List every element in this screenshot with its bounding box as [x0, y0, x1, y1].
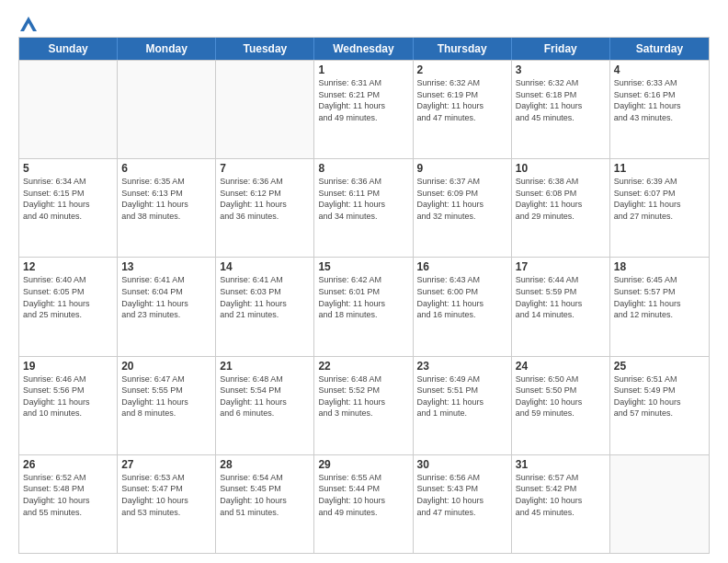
day-info: Sunrise: 6:33 AM Sunset: 6:16 PM Dayligh… — [614, 77, 705, 123]
cal-cell: 8Sunrise: 6:36 AM Sunset: 6:11 PM Daylig… — [314, 159, 413, 257]
cal-header-cell-friday: Friday — [512, 38, 610, 60]
cal-header-cell-sunday: Sunday — [19, 38, 118, 60]
cal-cell: 1Sunrise: 6:31 AM Sunset: 6:21 PM Daylig… — [314, 61, 413, 158]
day-number: 30 — [417, 458, 507, 471]
day-number: 21 — [220, 360, 310, 373]
day-info: Sunrise: 6:52 AM Sunset: 5:48 PM Dayligh… — [23, 472, 113, 518]
day-info: Sunrise: 6:45 AM Sunset: 5:57 PM Dayligh… — [614, 274, 705, 320]
day-info: Sunrise: 6:51 AM Sunset: 5:49 PM Dayligh… — [614, 373, 705, 419]
day-number: 24 — [516, 360, 606, 373]
day-info: Sunrise: 6:57 AM Sunset: 5:42 PM Dayligh… — [516, 472, 606, 518]
cal-week-2: 12Sunrise: 6:40 AM Sunset: 6:05 PM Dayli… — [19, 257, 709, 355]
day-info: Sunrise: 6:50 AM Sunset: 5:50 PM Dayligh… — [516, 373, 606, 419]
cal-header-cell-tuesday: Tuesday — [216, 38, 314, 60]
day-info: Sunrise: 6:35 AM Sunset: 6:13 PM Dayligh… — [121, 176, 211, 222]
day-info: Sunrise: 6:32 AM Sunset: 6:19 PM Dayligh… — [417, 77, 507, 123]
cal-cell: 4Sunrise: 6:33 AM Sunset: 6:16 PM Daylig… — [610, 61, 709, 158]
day-number: 28 — [220, 458, 310, 471]
day-info: Sunrise: 6:36 AM Sunset: 6:11 PM Dayligh… — [318, 176, 408, 222]
day-number: 4 — [614, 63, 705, 76]
day-info: Sunrise: 6:31 AM Sunset: 6:21 PM Dayligh… — [318, 77, 408, 123]
day-info: Sunrise: 6:47 AM Sunset: 5:55 PM Dayligh… — [121, 373, 211, 419]
day-info: Sunrise: 6:41 AM Sunset: 6:03 PM Dayligh… — [220, 274, 310, 320]
cal-cell: 19Sunrise: 6:46 AM Sunset: 5:56 PM Dayli… — [19, 357, 118, 454]
day-info: Sunrise: 6:48 AM Sunset: 5:54 PM Dayligh… — [220, 373, 310, 419]
day-info: Sunrise: 6:32 AM Sunset: 6:18 PM Dayligh… — [516, 77, 606, 123]
logo — [18, 17, 37, 29]
cal-cell: 12Sunrise: 6:40 AM Sunset: 6:05 PM Dayli… — [19, 258, 118, 355]
cal-cell: 11Sunrise: 6:39 AM Sunset: 6:07 PM Dayli… — [610, 159, 709, 257]
day-info: Sunrise: 6:43 AM Sunset: 6:00 PM Dayligh… — [417, 274, 507, 320]
cal-cell: 18Sunrise: 6:45 AM Sunset: 5:57 PM Dayli… — [610, 258, 709, 355]
day-number: 15 — [318, 260, 408, 273]
day-info: Sunrise: 6:41 AM Sunset: 6:04 PM Dayligh… — [121, 274, 211, 320]
cal-cell: 6Sunrise: 6:35 AM Sunset: 6:13 PM Daylig… — [118, 159, 216, 257]
day-number: 27 — [121, 458, 211, 471]
day-number: 19 — [23, 360, 113, 373]
day-info: Sunrise: 6:38 AM Sunset: 6:08 PM Dayligh… — [516, 176, 606, 222]
cal-cell — [19, 61, 118, 158]
cal-cell: 17Sunrise: 6:44 AM Sunset: 5:59 PM Dayli… — [512, 258, 610, 355]
day-number: 31 — [516, 458, 606, 471]
day-info: Sunrise: 6:48 AM Sunset: 5:52 PM Dayligh… — [318, 373, 408, 419]
day-number: 13 — [121, 260, 211, 273]
cal-cell: 13Sunrise: 6:41 AM Sunset: 6:04 PM Dayli… — [118, 258, 216, 355]
day-number: 8 — [318, 162, 408, 175]
cal-cell — [610, 455, 709, 553]
day-info: Sunrise: 6:54 AM Sunset: 5:45 PM Dayligh… — [220, 472, 310, 518]
day-number: 14 — [220, 260, 310, 273]
cal-cell: 20Sunrise: 6:47 AM Sunset: 5:55 PM Dayli… — [118, 357, 216, 454]
cal-cell: 2Sunrise: 6:32 AM Sunset: 6:19 PM Daylig… — [414, 61, 512, 158]
day-number: 12 — [23, 260, 113, 273]
day-number: 2 — [417, 63, 507, 76]
day-info: Sunrise: 6:46 AM Sunset: 5:56 PM Dayligh… — [23, 373, 113, 419]
day-number: 11 — [614, 162, 705, 175]
cal-week-4: 26Sunrise: 6:52 AM Sunset: 5:48 PM Dayli… — [19, 454, 709, 553]
day-info: Sunrise: 6:42 AM Sunset: 6:01 PM Dayligh… — [318, 274, 408, 320]
cal-cell: 14Sunrise: 6:41 AM Sunset: 6:03 PM Dayli… — [216, 258, 314, 355]
day-number: 17 — [516, 260, 606, 273]
day-info: Sunrise: 6:37 AM Sunset: 6:09 PM Dayligh… — [417, 176, 507, 222]
day-number: 1 — [318, 63, 408, 76]
cal-cell: 7Sunrise: 6:36 AM Sunset: 6:12 PM Daylig… — [216, 159, 314, 257]
cal-cell: 5Sunrise: 6:34 AM Sunset: 6:15 PM Daylig… — [19, 159, 118, 257]
cal-cell: 22Sunrise: 6:48 AM Sunset: 5:52 PM Dayli… — [314, 357, 413, 454]
cal-week-0: 1Sunrise: 6:31 AM Sunset: 6:21 PM Daylig… — [19, 60, 709, 158]
day-number: 3 — [516, 63, 606, 76]
cal-header-cell-monday: Monday — [118, 38, 216, 60]
cal-cell: 31Sunrise: 6:57 AM Sunset: 5:42 PM Dayli… — [512, 455, 610, 553]
cal-cell: 16Sunrise: 6:43 AM Sunset: 6:00 PM Dayli… — [414, 258, 512, 355]
day-number: 26 — [23, 458, 113, 471]
cal-cell: 26Sunrise: 6:52 AM Sunset: 5:48 PM Dayli… — [19, 455, 118, 553]
page: SundayMondayTuesdayWednesdayThursdayFrid… — [0, 0, 728, 563]
day-info: Sunrise: 6:36 AM Sunset: 6:12 PM Dayligh… — [220, 176, 310, 222]
day-number: 29 — [318, 458, 408, 471]
day-number: 23 — [417, 360, 507, 373]
cal-header-cell-wednesday: Wednesday — [314, 38, 413, 60]
day-number: 22 — [318, 360, 408, 373]
day-number: 18 — [614, 260, 705, 273]
calendar-body: 1Sunrise: 6:31 AM Sunset: 6:21 PM Daylig… — [19, 60, 709, 553]
cal-cell: 29Sunrise: 6:55 AM Sunset: 5:44 PM Dayli… — [314, 455, 413, 553]
day-info: Sunrise: 6:56 AM Sunset: 5:43 PM Dayligh… — [417, 472, 507, 518]
cal-cell — [216, 61, 314, 158]
cal-cell — [118, 61, 216, 158]
day-info: Sunrise: 6:55 AM Sunset: 5:44 PM Dayligh… — [318, 472, 408, 518]
day-info: Sunrise: 6:44 AM Sunset: 5:59 PM Dayligh… — [516, 274, 606, 320]
cal-week-3: 19Sunrise: 6:46 AM Sunset: 5:56 PM Dayli… — [19, 356, 709, 454]
calendar: SundayMondayTuesdayWednesdayThursdayFrid… — [18, 37, 710, 554]
cal-week-1: 5Sunrise: 6:34 AM Sunset: 6:15 PM Daylig… — [19, 158, 709, 257]
cal-cell: 15Sunrise: 6:42 AM Sunset: 6:01 PM Dayli… — [314, 258, 413, 355]
day-info: Sunrise: 6:53 AM Sunset: 5:47 PM Dayligh… — [121, 472, 211, 518]
day-info: Sunrise: 6:49 AM Sunset: 5:51 PM Dayligh… — [417, 373, 507, 419]
cal-cell: 30Sunrise: 6:56 AM Sunset: 5:43 PM Dayli… — [414, 455, 512, 553]
day-number: 5 — [23, 162, 113, 175]
cal-cell: 24Sunrise: 6:50 AM Sunset: 5:50 PM Dayli… — [512, 357, 610, 454]
cal-cell: 25Sunrise: 6:51 AM Sunset: 5:49 PM Dayli… — [610, 357, 709, 454]
day-number: 16 — [417, 260, 507, 273]
cal-cell: 21Sunrise: 6:48 AM Sunset: 5:54 PM Dayli… — [216, 357, 314, 454]
cal-cell: 23Sunrise: 6:49 AM Sunset: 5:51 PM Dayli… — [414, 357, 512, 454]
cal-cell: 3Sunrise: 6:32 AM Sunset: 6:18 PM Daylig… — [512, 61, 610, 158]
day-number: 7 — [220, 162, 310, 175]
day-number: 9 — [417, 162, 507, 175]
